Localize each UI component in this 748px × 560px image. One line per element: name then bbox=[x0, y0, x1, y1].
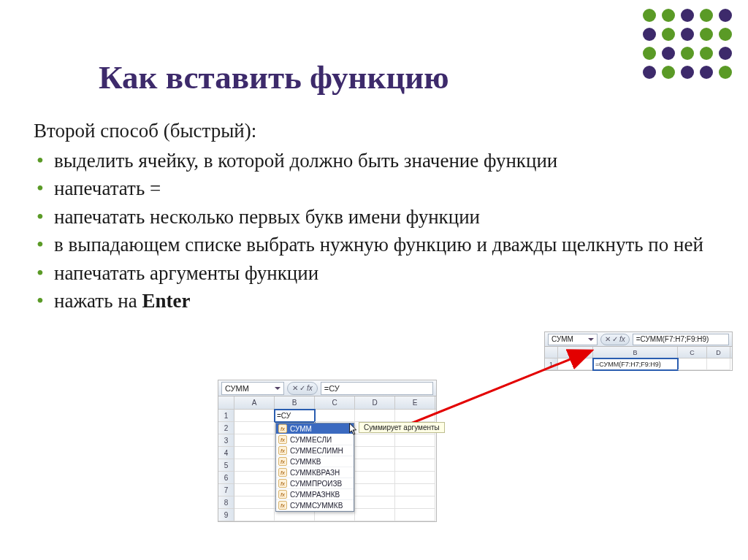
cell[interactable] bbox=[395, 472, 435, 484]
row-header[interactable]: 2 bbox=[218, 422, 234, 434]
cell[interactable] bbox=[234, 447, 275, 459]
autocomplete-item[interactable]: fxСУММ bbox=[276, 423, 354, 434]
dot bbox=[662, 9, 675, 22]
fx-icon[interactable]: fx bbox=[307, 384, 313, 392]
formula-bar-value: =СУ bbox=[324, 384, 340, 393]
cell[interactable] bbox=[355, 447, 395, 459]
cursor-icon bbox=[348, 423, 359, 436]
formula-bar[interactable]: =СУ bbox=[321, 382, 433, 395]
dot bbox=[643, 66, 656, 79]
cell[interactable] bbox=[355, 472, 395, 484]
cancel-icon[interactable]: ✕ bbox=[292, 384, 298, 392]
bullet-item: напечатать несколько первых букв имени ф… bbox=[34, 204, 714, 230]
row-header[interactable]: 6 bbox=[218, 472, 234, 484]
corner-cell[interactable] bbox=[218, 396, 234, 410]
col-header[interactable]: C bbox=[678, 347, 707, 358]
cell[interactable] bbox=[355, 509, 395, 521]
dot bbox=[643, 9, 656, 22]
autocomplete-label: СУММПРОИЗВ bbox=[290, 480, 342, 488]
autocomplete-item[interactable]: fxСУММСУММКВ bbox=[276, 500, 354, 511]
row-header[interactable]: 8 bbox=[218, 496, 234, 509]
active-cell[interactable]: =СУ bbox=[275, 410, 315, 422]
autocomplete-label: СУММРАЗНКВ bbox=[290, 491, 340, 499]
row-header[interactable]: 1 bbox=[545, 358, 558, 370]
cell[interactable] bbox=[315, 410, 355, 422]
fx-icon: fx bbox=[278, 468, 287, 477]
cell[interactable] bbox=[355, 496, 395, 509]
corner-cell[interactable] bbox=[545, 347, 558, 358]
cell[interactable] bbox=[707, 358, 730, 370]
fx-icon: fx bbox=[278, 490, 287, 499]
cell[interactable] bbox=[558, 358, 593, 370]
dot bbox=[719, 9, 732, 22]
col-header[interactable]: A bbox=[558, 347, 593, 358]
col-header[interactable]: A bbox=[234, 396, 275, 410]
bullet-list: выделить ячейку, в которой должно быть з… bbox=[34, 148, 714, 314]
cell[interactable] bbox=[355, 459, 395, 472]
fx-icon: fx bbox=[278, 457, 287, 466]
dot bbox=[719, 28, 732, 41]
cell[interactable] bbox=[395, 434, 435, 447]
col-header[interactable]: C bbox=[315, 396, 355, 410]
cell[interactable] bbox=[355, 484, 395, 496]
chevron-down-icon bbox=[275, 387, 280, 390]
cell[interactable] bbox=[395, 447, 435, 459]
cell[interactable] bbox=[395, 496, 435, 509]
autocomplete-item[interactable]: fxСУММЕСЛИ bbox=[276, 434, 354, 445]
fx-icon[interactable]: fx bbox=[619, 335, 625, 343]
cell[interactable] bbox=[234, 422, 275, 434]
col-header[interactable]: B bbox=[275, 396, 315, 410]
fx-button-group: ✕ ✓ fx bbox=[600, 334, 630, 345]
cell[interactable] bbox=[355, 434, 395, 447]
active-cell[interactable]: =СУММ(F7:H7;F9:H9) bbox=[593, 358, 678, 370]
col-header[interactable]: B bbox=[593, 347, 678, 358]
dot bbox=[719, 66, 732, 79]
cancel-icon[interactable]: ✕ bbox=[605, 335, 611, 343]
accept-icon[interactable]: ✓ bbox=[612, 335, 618, 343]
autocomplete-item[interactable]: fxСУММКВ bbox=[276, 456, 354, 467]
cell[interactable] bbox=[234, 472, 275, 484]
cell[interactable] bbox=[395, 509, 435, 521]
formula-bar-row: СУММ ✕ ✓ fx =СУММ(F7:H7;F9:H9) bbox=[545, 332, 732, 347]
cell[interactable] bbox=[234, 459, 275, 472]
autocomplete-item[interactable]: fxСУММПРОИЗВ bbox=[276, 478, 354, 489]
cell[interactable] bbox=[234, 434, 275, 447]
formula-bar[interactable]: =СУММ(F7:H7;F9:H9) bbox=[633, 334, 729, 345]
col-header[interactable]: E bbox=[395, 396, 435, 410]
autocomplete-item[interactable]: fxСУММКВРАЗН bbox=[276, 467, 354, 478]
row-header[interactable]: 5 bbox=[218, 459, 234, 472]
column-headers: A B C D bbox=[545, 347, 732, 358]
formula-bar-value: =СУММ(F7:H7;F9:H9) bbox=[636, 335, 709, 343]
row-header[interactable]: 7 bbox=[218, 484, 234, 496]
cell[interactable] bbox=[234, 410, 275, 422]
fx-button-group: ✕ ✓ fx bbox=[287, 382, 318, 395]
autocomplete-item[interactable]: fxСУММРАЗНКВ bbox=[276, 489, 354, 500]
fx-icon: fx bbox=[278, 479, 287, 488]
cell[interactable] bbox=[234, 484, 275, 496]
row-header[interactable]: 3 bbox=[218, 434, 234, 447]
dot bbox=[643, 47, 656, 60]
cell[interactable] bbox=[234, 509, 275, 521]
cell[interactable] bbox=[678, 358, 707, 370]
dot bbox=[643, 28, 656, 41]
cell[interactable] bbox=[395, 410, 435, 422]
formula-bar-row: СУММ ✕ ✓ fx =СУ bbox=[218, 380, 436, 396]
cell[interactable] bbox=[234, 496, 275, 509]
autocomplete-item[interactable]: fxСУММЕСЛИМН bbox=[276, 445, 354, 456]
cell[interactable] bbox=[395, 459, 435, 472]
cell[interactable] bbox=[395, 484, 435, 496]
cell[interactable] bbox=[355, 410, 395, 422]
name-box[interactable]: СУММ bbox=[548, 334, 598, 345]
col-header[interactable]: D bbox=[355, 396, 395, 410]
name-box[interactable]: СУММ bbox=[221, 382, 284, 395]
bullet-item: нажать на Enter bbox=[34, 288, 714, 314]
enter-label: Enter bbox=[142, 290, 190, 312]
accept-icon[interactable]: ✓ bbox=[299, 384, 305, 392]
row-header[interactable]: 4 bbox=[218, 447, 234, 459]
row-header[interactable]: 1 bbox=[218, 410, 234, 422]
col-header[interactable]: D bbox=[707, 347, 730, 358]
dot bbox=[700, 28, 713, 41]
dot bbox=[681, 47, 694, 60]
fx-icon: fx bbox=[278, 446, 287, 455]
row-header[interactable]: 9 bbox=[218, 509, 234, 521]
